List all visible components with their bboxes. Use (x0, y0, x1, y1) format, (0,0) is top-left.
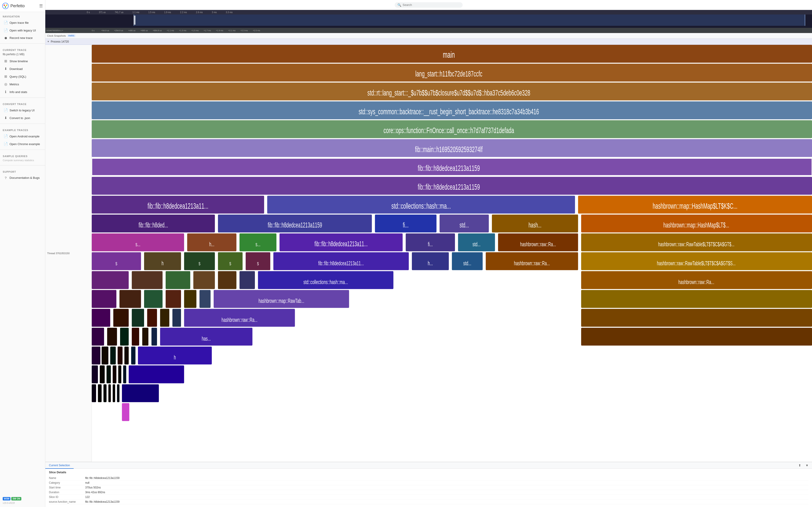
main-content: 🔍 0 s 371 us 741.7 us 1.1 ms 1.5 ms 1.9 … (45, 0, 812, 507)
support-icon: ? (4, 176, 8, 180)
sidebar-item-switch-legacy[interactable]: 📄 Switch to legacy UI (1, 107, 44, 114)
svg-rect-99 (172, 309, 181, 327)
flamechart-right[interactable]: main lang_start::h11fbc72de187ccfc std::… (92, 45, 812, 462)
svg-rect-114 (110, 346, 116, 364)
sidebar-item-record-trace[interactable]: ⏺ Record new trace (1, 35, 44, 42)
overview-selection[interactable] (134, 14, 805, 26)
svg-point-2 (6, 5, 7, 6)
svg-rect-130 (108, 384, 111, 402)
detail-row: Categorynull (49, 481, 808, 485)
swon-badge: SW ON (11, 497, 21, 500)
record-icon: ⏺ (4, 36, 8, 40)
sidebar-item-metrics[interactable]: ◎ Metrics (1, 80, 44, 88)
svg-text:hashbrown::raw::Ra...: hashbrown::raw::Ra... (514, 260, 550, 267)
detail-key: Start time (49, 486, 85, 489)
pin-icon-btn[interactable]: ⬆ (797, 462, 803, 468)
sidebar-item-label: Show timeline (9, 60, 28, 63)
svg-text:std...: std... (473, 241, 480, 247)
current-trace-section-label: Current Trace (0, 46, 45, 52)
sidebar-item-label: Documentation & Bugs (9, 176, 40, 179)
topbar: 🔍 (45, 0, 812, 10)
svg-text:has...: has... (202, 335, 211, 342)
sidebar-item-open-legacy-ui[interactable]: 📄 Open with legacy UI (1, 27, 44, 34)
sidebar-item-download[interactable]: ⬇ Download (1, 65, 44, 72)
process-label: Process 14720 (51, 40, 69, 43)
menu-icon[interactable]: ☰ (39, 3, 43, 8)
android-icon: 📄 (4, 134, 8, 138)
sidebar-item-label: Open Android example (9, 135, 39, 138)
file-icon: 📄 (4, 28, 8, 33)
detail-row: Start time370us 502ns (49, 485, 808, 490)
sidebar-item-support[interactable]: ? Documentation & Bugs (1, 174, 44, 181)
detail-value: fib::fib::h8dedcea1213a1159 (85, 476, 119, 480)
svg-rect-127 (92, 384, 96, 402)
wsm-badges: WSM SW ON (0, 496, 45, 502)
sidebar-item-open-trace-file[interactable]: 📄 Open trace file (1, 19, 44, 26)
dr-0: 0 s (92, 30, 95, 32)
sidebar-item-show-timeline[interactable]: ⊞ Show timeline (1, 57, 44, 65)
dr-9: +1.7 ms (204, 30, 211, 32)
svg-text:fi...: fi... (403, 221, 408, 229)
bottom-panel: Current Selection ⬆ ▼ Slice Details Name… (45, 462, 812, 507)
flame-chart-svg[interactable]: main lang_start::h11fbc72de187ccfc std::… (92, 45, 812, 462)
svg-point-3 (5, 6, 6, 8)
svg-point-1 (4, 5, 5, 6)
svg-text:std::sys_common::backtrace::__: std::sys_common::backtrace::__rust_begin… (359, 107, 539, 116)
svg-rect-89 (184, 290, 196, 308)
svg-text:std::collections::hash::ma...: std::collections::hash::ma... (303, 279, 348, 285)
svg-text:s...: s... (256, 241, 261, 247)
svg-rect-103 (92, 328, 104, 346)
sidebar-item-info-stats[interactable]: ℹ Info and stats (1, 88, 44, 96)
sidebar-item-open-android[interactable]: 📄 Open Android example (1, 133, 44, 140)
ruler-label-8: 3 ms (212, 11, 217, 13)
support-section-label: Support (0, 167, 45, 174)
dr-10: +1.9 ms (216, 30, 223, 32)
tab-current-selection[interactable]: Current Selection (45, 462, 73, 469)
dr-13: +2.5 ms (253, 30, 260, 32)
svg-text:s: s (229, 260, 231, 267)
sidebar-item-query-sql[interactable]: ⊞ Query (SQL) (1, 73, 44, 80)
expand-icon[interactable]: ▼ (47, 40, 49, 43)
svg-rect-98 (160, 309, 169, 327)
switch-icon: 📄 (4, 108, 8, 112)
svg-rect-97 (147, 309, 157, 327)
detail-row: source.function_namefib::fib::h8dedcea12… (49, 500, 808, 504)
thread-label: Thread 3761053150 (45, 45, 92, 462)
navigation-section-label: Navigation (0, 12, 45, 19)
svg-rect-134 (122, 403, 130, 421)
svg-rect-77 (166, 271, 190, 289)
svg-text:fib::fib::h8dedcea1213a11...: fib::fib::h8dedcea1213a11... (148, 202, 208, 210)
svg-rect-94 (92, 309, 110, 327)
sidebar-item-label: Query (SQL) (9, 75, 26, 78)
svg-text:fib::main::h169520592593274lf: fib::main::h169520592593274lf (415, 145, 483, 154)
sidebar: Perfetto ☰ Navigation 📄 Open trace file … (0, 0, 45, 507)
svg-rect-125 (123, 365, 126, 383)
svg-rect-75 (92, 271, 129, 289)
search-container[interactable]: 🔍 (395, 2, 463, 8)
sidebar-item-convert-json[interactable]: ⬇ Convert to .json (1, 114, 44, 121)
sidebar-item-label: Download (9, 67, 23, 71)
divider-4 (0, 150, 45, 150)
svg-rect-122 (106, 365, 111, 383)
process-header-row: ▼ Process 14720 (45, 39, 812, 45)
svg-rect-78 (193, 271, 215, 289)
svg-text:hashbrown::map::HashMap$LT$K$C: hashbrown::map::HashMap$LT$K$C... (653, 202, 738, 210)
flamechart-area[interactable]: Thread 3761053150 main lang_start::h11fb… (45, 45, 812, 462)
overview-timeline: 0 s 371 us 741.7 us 1.1 ms 1.5 ms 1.9 ms… (45, 10, 812, 28)
svg-text:core::ops::function::FnOnce::c: core::ops::function::FnOnce::call_once::… (384, 126, 514, 135)
expand-icon-btn[interactable]: ▼ (804, 462, 810, 468)
search-input[interactable] (403, 3, 460, 7)
time-ruler-top: 0 s 371 us 741.7 us 1.1 ms 1.5 ms 1.9 ms… (45, 10, 812, 14)
sidebar-item-open-chrome[interactable]: 📄 Open Chrome example (1, 140, 44, 148)
svg-text:fi...: fi... (428, 241, 433, 247)
svg-text:hashbrown::raw::RawTable$LT$T$: hashbrown::raw::RawTable$LT$T$C$A$GT$S..… (657, 260, 735, 267)
timeline-icon: ⊞ (4, 59, 8, 63)
timeline-container: 0 s 371 us 741.7 us 1.1 ms 1.5 ms 1.9 ms… (45, 10, 812, 462)
svg-text:std...: std... (459, 221, 469, 229)
svg-text:main: main (443, 50, 455, 60)
svg-rect-93 (581, 290, 812, 308)
ruler-label-5: 1.9 ms (164, 11, 171, 13)
detail-value: null (85, 481, 90, 484)
svg-rect-131 (113, 384, 115, 402)
svg-text:std::collections::hash::ma...: std::collections::hash::ma... (392, 202, 451, 210)
